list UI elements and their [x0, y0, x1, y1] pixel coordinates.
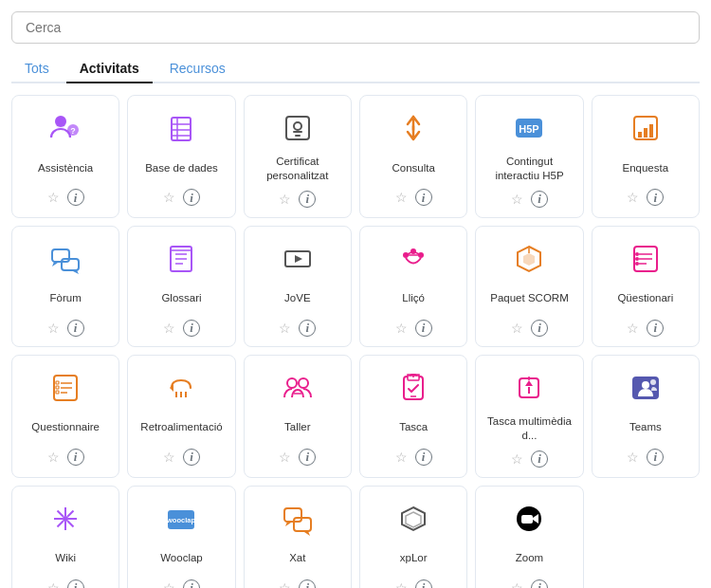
info-button-h5p[interactable]: i	[531, 191, 548, 208]
card-label-xat: Xat	[289, 545, 305, 572]
star-button-teams[interactable]: ☆	[627, 450, 639, 464]
svg-rect-46	[56, 381, 59, 384]
questionari-icon	[627, 240, 665, 278]
card-label-enquesta: Enquesta	[623, 155, 669, 181]
card-label-retroalimentacio: Retroalimentació	[140, 414, 222, 441]
card-label-certificat: Certificat personalitzat	[252, 155, 343, 183]
star-button-questionari[interactable]: ☆	[627, 322, 639, 335]
info-button-xat[interactable]: i	[299, 579, 316, 588]
info-button-xplor[interactable]: i	[415, 579, 432, 588]
card-actions-zoom: ☆ i	[511, 579, 548, 588]
star-button-base-de-dades[interactable]: ☆	[163, 191, 175, 204]
star-button-forum[interactable]: ☆	[47, 322, 60, 335]
info-button-teams[interactable]: i	[647, 449, 664, 466]
card-taller: Taller ☆ i	[244, 355, 352, 478]
svg-rect-47	[56, 386, 59, 389]
info-button-certificat[interactable]: i	[299, 191, 316, 208]
svg-point-10	[294, 122, 301, 130]
svg-rect-48	[56, 391, 59, 394]
info-button-forum[interactable]: i	[67, 320, 84, 337]
svg-point-53	[287, 378, 297, 388]
card-wiki: Wiki ☆ i	[11, 486, 119, 588]
star-button-llico[interactable]: ☆	[395, 322, 408, 335]
star-button-h5p[interactable]: ☆	[511, 193, 523, 206]
card-actions-assistencia: ☆ i	[47, 189, 84, 206]
star-button-certificat[interactable]: ☆	[279, 193, 291, 206]
search-input[interactable]	[11, 11, 700, 44]
star-button-taller[interactable]: ☆	[279, 450, 291, 464]
enquesta-icon	[627, 109, 665, 147]
card-actions-taller: ☆ i	[279, 449, 316, 466]
tab-tots[interactable]: Tots	[11, 55, 63, 83]
card-jove: JoVE ☆ i	[244, 226, 352, 347]
svg-point-63	[642, 381, 649, 389]
card-label-wiki: Wiki	[55, 545, 76, 572]
info-button-retroalimentacio[interactable]: i	[183, 449, 200, 466]
info-button-glossari[interactable]: i	[183, 320, 200, 337]
svg-rect-79	[521, 515, 533, 524]
card-tasca: Tasca ☆ i	[359, 355, 467, 478]
star-button-glossari[interactable]: ☆	[163, 322, 175, 335]
card-actions-xat: ☆ i	[279, 579, 316, 588]
info-button-consulta[interactable]: i	[415, 189, 432, 206]
card-actions-llico: ☆ i	[395, 320, 432, 337]
card-actions-forum: ☆ i	[47, 320, 84, 337]
star-button-wiki[interactable]: ☆	[47, 581, 60, 588]
star-button-assistencia[interactable]: ☆	[47, 191, 60, 204]
svg-marker-60	[525, 380, 533, 386]
card-actions-h5p: ☆ i	[511, 191, 548, 208]
card-label-questionari: Qüestionari	[617, 285, 673, 312]
svg-rect-17	[644, 128, 647, 138]
card-actions-paquet-scorm: ☆ i	[511, 320, 548, 337]
info-button-tasca[interactable]: i	[415, 449, 432, 466]
tab-activitats[interactable]: Activitats	[66, 55, 153, 83]
card-label-consulta: Consulta	[392, 155, 434, 181]
star-button-tasca-multimedia[interactable]: ☆	[511, 452, 523, 466]
star-button-wooclap[interactable]: ☆	[163, 581, 175, 588]
info-button-jove[interactable]: i	[299, 320, 316, 337]
svg-point-65	[63, 516, 68, 522]
wooclap-icon: wooclap	[162, 500, 200, 538]
svg-line-72	[67, 510, 73, 516]
info-button-tasca-multimedia[interactable]: i	[531, 450, 548, 468]
info-button-llico[interactable]: i	[415, 320, 432, 337]
card-actions-wooclap: ☆ i	[163, 579, 200, 588]
card-label-paquet-scorm: Paquet SCORM	[490, 285, 568, 312]
card-label-h5p: Contingut interactiu H5P	[483, 155, 574, 183]
star-button-paquet-scorm[interactable]: ☆	[511, 322, 523, 335]
star-button-jove[interactable]: ☆	[279, 322, 291, 335]
card-actions-questionnaire: ☆ i	[47, 449, 84, 466]
info-button-paquet-scorm[interactable]: i	[531, 320, 548, 337]
svg-rect-20	[62, 259, 79, 270]
info-button-wiki[interactable]: i	[67, 579, 84, 588]
card-enquesta: Enquesta ☆ i	[592, 95, 700, 218]
info-button-assistencia[interactable]: i	[67, 189, 84, 206]
card-actions-enquesta: ☆ i	[627, 189, 664, 206]
star-button-xat[interactable]: ☆	[279, 581, 291, 588]
info-button-zoom[interactable]: i	[531, 579, 548, 588]
star-button-consulta[interactable]: ☆	[395, 191, 408, 204]
svg-line-71	[67, 521, 73, 526]
svg-line-73	[58, 521, 64, 526]
svg-point-39	[635, 252, 639, 256]
consulta-icon	[394, 109, 432, 147]
xplor-icon	[394, 500, 432, 538]
star-button-questionnaire[interactable]: ☆	[47, 450, 60, 464]
svg-rect-18	[649, 124, 653, 138]
star-button-xplor[interactable]: ☆	[395, 581, 408, 588]
info-button-questionari[interactable]: i	[647, 320, 664, 337]
info-button-questionnaire[interactable]: i	[67, 449, 84, 466]
zoom-icon	[510, 500, 548, 538]
star-button-retroalimentacio[interactable]: ☆	[163, 450, 175, 464]
card-label-tasca-multimedia: Tasca multimèdia d...	[483, 414, 574, 443]
search-container	[11, 11, 700, 44]
card-label-wooclap: Wooclap	[160, 545, 203, 572]
star-button-enquesta[interactable]: ☆	[627, 191, 639, 204]
info-button-wooclap[interactable]: i	[183, 579, 200, 588]
tab-recursos[interactable]: Recursos	[156, 55, 239, 83]
star-button-tasca[interactable]: ☆	[395, 450, 408, 464]
info-button-enquesta[interactable]: i	[647, 189, 664, 206]
info-button-base-de-dades[interactable]: i	[183, 189, 200, 206]
info-button-taller[interactable]: i	[299, 449, 316, 466]
star-button-zoom[interactable]: ☆	[511, 581, 523, 588]
